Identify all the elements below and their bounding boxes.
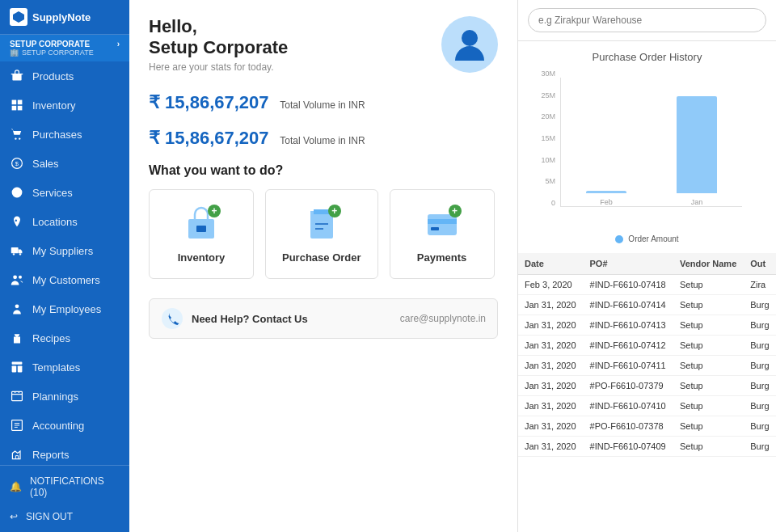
svg-rect-17: [12, 365, 17, 372]
corporate-banner[interactable]: SETUP CORPORATE › 🏢 SETUP CORPORATE: [0, 35, 129, 61]
corporate-subtitle: SETUP CORPORATE: [22, 49, 94, 57]
table-row: Jan 31, 2020 #IND-F6610-07411 Setup Burg: [518, 356, 776, 376]
x-label-feb: Feb: [600, 198, 613, 206]
cell-date: Jan 31, 2020: [518, 376, 584, 396]
plannings-icon: [10, 389, 24, 403]
corporate-title: SETUP CORPORATE: [10, 40, 90, 49]
cell-date: Jan 31, 2020: [518, 315, 584, 336]
sidebar-item-my-suppliers[interactable]: My Suppliers: [0, 236, 129, 265]
sidebar-item-inventory[interactable]: Inventory: [0, 91, 129, 120]
sidebar-item-my-employees[interactable]: My Employees: [0, 294, 129, 323]
sidebar-item-my-customers[interactable]: My Customers: [0, 265, 129, 294]
table-row: Jan 31, 2020 #IND-F6610-07414 Setup Burg: [518, 295, 776, 315]
sidebar: SupplyNote SETUP CORPORATE › 🏢 SETUP COR…: [0, 0, 129, 532]
stat-block-2: ₹ 15,86,67,207 Total Volume in INR: [149, 128, 498, 149]
templates-icon: [10, 360, 24, 374]
svg-marker-0: [13, 11, 24, 23]
sidebar-item-recipes[interactable]: Recipes: [0, 323, 129, 353]
chart-area: 30M 25M 20M 15M 10M 5M 0 Feb Jan: [528, 70, 766, 231]
stat-block-1: ₹ 15,86,67,207 Total Volume in INR: [149, 92, 498, 113]
cell-out: Burg: [744, 315, 776, 336]
y-label-30m: 30M: [541, 70, 555, 78]
app-name: SupplyNote: [32, 11, 91, 23]
services-icon: [10, 185, 24, 200]
y-label-5m: 5M: [545, 177, 555, 185]
po-table-section: Date PO# Vendor Name Out Feb 3, 2020 #IN…: [518, 253, 776, 532]
cell-po: #PO-F6610-07379: [584, 376, 673, 396]
sidebar-label-sales: Sales: [32, 158, 59, 170]
sidebar-item-accounting[interactable]: Accounting: [0, 411, 129, 440]
col-po: PO#: [584, 253, 673, 275]
sidebar-item-templates[interactable]: Templates: [0, 353, 129, 382]
svg-rect-25: [428, 219, 457, 224]
action-cards: + Inventory + Purchase Order: [149, 189, 498, 279]
action-card-purchase-label: Purchase Order: [282, 251, 361, 264]
payments-card-icon-wrap: +: [423, 205, 462, 243]
truck-icon: [10, 243, 24, 258]
table-header-row: Date PO# Vendor Name Out: [518, 253, 776, 275]
cell-out: Burg: [744, 437, 776, 457]
y-label-10m: 10M: [541, 156, 555, 164]
svg-rect-26: [431, 227, 439, 230]
payments-plus-icon: +: [449, 205, 462, 217]
svg-point-12: [19, 253, 21, 255]
action-card-inventory-label: Inventory: [178, 251, 226, 264]
stat-label-1: Total Volume in INR: [280, 99, 365, 111]
action-card-purchase-order[interactable]: + Purchase Order: [265, 189, 378, 279]
svg-point-14: [19, 276, 22, 279]
bar-feb-rect: [586, 191, 626, 193]
sidebar-item-reports[interactable]: Reports: [0, 440, 129, 465]
notifications-button[interactable]: 🔔 NOTIFICATIONS (10): [0, 469, 129, 505]
cell-po: #IND-F6610-07411: [584, 356, 673, 376]
cell-out: Burg: [744, 295, 776, 315]
building-icon: 🏢: [10, 49, 19, 57]
sign-out-button[interactable]: ↩ SIGN OUT: [0, 505, 129, 529]
sidebar-item-purchases[interactable]: Purchases: [0, 120, 129, 149]
logo-icon: [10, 8, 27, 26]
stat-value-1: ₹ 15,86,67,207: [149, 92, 269, 112]
col-out: Out: [744, 253, 776, 275]
table-row: Jan 31, 2020 #IND-F6610-07412 Setup Burg: [518, 336, 776, 356]
svg-rect-5: [18, 106, 23, 111]
greeting-section: Hello, Setup Corporate Here are your sta…: [149, 16, 498, 73]
legend-label: Order Amount: [628, 234, 678, 243]
notifications-label: NOTIFICATIONS (10): [30, 475, 120, 498]
po-table: Date PO# Vendor Name Out Feb 3, 2020 #IN…: [518, 253, 776, 457]
sign-out-label: SIGN OUT: [26, 511, 73, 522]
avatar: [441, 16, 498, 73]
cell-out: Zira: [744, 275, 776, 295]
svg-rect-10: [11, 247, 19, 253]
x-label-jan: Jan: [691, 198, 703, 206]
sidebar-item-plannings[interactable]: Plannings: [0, 382, 129, 411]
svg-point-15: [15, 304, 19, 308]
sidebar-item-locations[interactable]: Locations: [0, 207, 129, 236]
cell-vendor: Setup: [673, 295, 744, 315]
cell-po: #IND-F6610-07409: [584, 437, 673, 457]
logo-area: SupplyNote: [0, 0, 129, 35]
customers-icon: [10, 272, 24, 287]
y-label-25m: 25M: [541, 91, 555, 99]
warehouse-search-input[interactable]: [528, 8, 766, 32]
location-icon: [10, 214, 24, 229]
greeting-subtitle: Here are your stats for today.: [149, 61, 288, 73]
phone-icon: [161, 307, 183, 330]
bar-jan: Jan: [677, 96, 717, 206]
cell-out: Burg: [744, 356, 776, 376]
chart-bars: Feb Jan: [560, 78, 742, 207]
sidebar-item-services[interactable]: Services: [0, 178, 129, 207]
cell-po: #IND-F6610-07412: [584, 336, 673, 356]
sidebar-label-products: Products: [32, 70, 74, 82]
bar-jan-rect: [677, 96, 717, 193]
cell-po: #IND-F6610-07413: [584, 315, 673, 336]
sidebar-label-my-customers: My Customers: [32, 274, 100, 286]
cell-vendor: Setup: [673, 376, 744, 396]
sidebar-label-templates: Templates: [32, 361, 80, 374]
action-card-inventory[interactable]: + Inventory: [149, 189, 254, 279]
bell-icon: 🔔: [10, 481, 22, 492]
y-label-0: 0: [551, 199, 555, 207]
action-card-payments[interactable]: + Payments: [390, 189, 495, 279]
sidebar-item-sales[interactable]: $ Sales: [0, 149, 129, 178]
cell-vendor: Setup: [673, 275, 744, 295]
sidebar-item-products[interactable]: Products: [0, 61, 129, 91]
cart-icon: [10, 127, 24, 141]
